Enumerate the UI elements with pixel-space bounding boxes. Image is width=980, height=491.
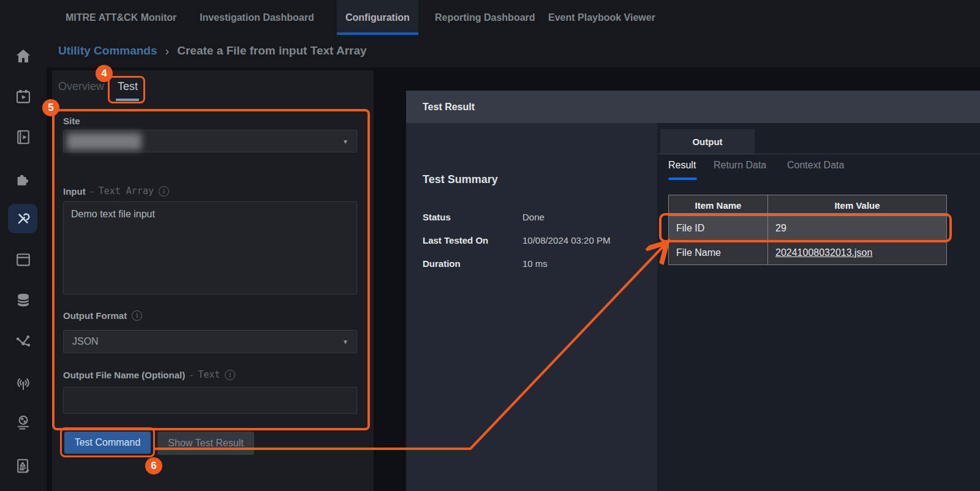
- status-label: Status: [423, 212, 451, 222]
- test-result-panel: Test Result Test Summary Status Done Las…: [406, 91, 980, 491]
- top-nav: ƎD3 MITRE ATT&CK Monitor Investigation D…: [0, 0, 980, 35]
- file-name-name-cell: File Name: [669, 241, 768, 265]
- connections-icon[interactable]: [14, 332, 32, 351]
- output-tab-divider: [657, 154, 980, 154]
- icon-sidebar: [0, 0, 47, 491]
- output-section: Output Result Return Data Context Data I…: [657, 123, 980, 491]
- d3-soar-app: ƎD3 MITRE ATT&CK Monitor Investigation D…: [0, 0, 980, 491]
- tab-output[interactable]: Output: [660, 129, 755, 154]
- file-name-link[interactable]: 20241008032013.json: [775, 247, 872, 258]
- nav-event-playbook-viewer[interactable]: Event Playbook Viewer: [548, 0, 655, 35]
- geo-map-icon[interactable]: [14, 414, 32, 432]
- nav-investigation-dashboard[interactable]: Investigation Dashboard: [200, 0, 314, 35]
- breadcrumb: Utility Commands › Create a File from in…: [58, 42, 367, 60]
- playbook-icon[interactable]: [14, 128, 32, 146]
- status-value: Done: [522, 212, 545, 222]
- breadcrumb-utility-commands[interactable]: Utility Commands: [58, 44, 157, 58]
- subtab-return-data[interactable]: Return Data: [714, 160, 766, 171]
- last-tested-value: 10/08/2024 03:20 PM: [522, 235, 610, 246]
- last-tested-label: Last Tested On: [423, 235, 488, 246]
- step-badge-5: 5: [42, 99, 59, 116]
- table-row-file-name: File Name 20241008032013.json: [669, 241, 947, 265]
- step-badge-6: 6: [145, 457, 162, 474]
- incident-report-icon[interactable]: [14, 457, 32, 475]
- callout-file-id-row: [659, 213, 952, 242]
- callout-test-tab: [108, 76, 145, 103]
- nav-reporting-dashboard[interactable]: Reporting Dashboard: [435, 0, 535, 35]
- page-title: Create a File from input Text Array: [177, 44, 366, 58]
- data-management-icon[interactable]: [14, 291, 32, 309]
- broadcast-icon[interactable]: [14, 374, 32, 392]
- callout-form: [52, 109, 370, 430]
- apps-window-icon[interactable]: [14, 250, 32, 269]
- duration-value: 10 ms: [522, 258, 548, 269]
- show-test-result-button[interactable]: Show Test Result: [157, 432, 254, 455]
- nav-mitre-attack-monitor[interactable]: MITRE ATT&CK Monitor: [66, 0, 176, 35]
- scheduled-playbook-icon[interactable]: [14, 88, 32, 106]
- nav-configuration[interactable]: Configuration: [337, 0, 418, 35]
- subtab-context-data[interactable]: Context Data: [787, 160, 844, 171]
- test-result-title: Test Result: [423, 91, 475, 123]
- home-icon[interactable]: [14, 47, 32, 66]
- integrations-icon[interactable]: [14, 170, 32, 188]
- callout-test-command: [60, 427, 155, 457]
- duration-label: Duration: [423, 258, 461, 269]
- utility-commands-icon[interactable]: [14, 209, 32, 228]
- chevron-right-icon: ›: [165, 44, 170, 58]
- test-result-header: Test Result: [406, 91, 980, 123]
- subtab-result[interactable]: Result: [668, 160, 696, 171]
- test-summary-heading: Test Summary: [423, 173, 498, 186]
- subtab-result-underline: [668, 178, 697, 180]
- step-badge-4: 4: [96, 65, 113, 82]
- test-summary-section: Test Summary Status Done Last Tested On …: [406, 123, 657, 491]
- tab-overview[interactable]: Overview: [58, 80, 104, 93]
